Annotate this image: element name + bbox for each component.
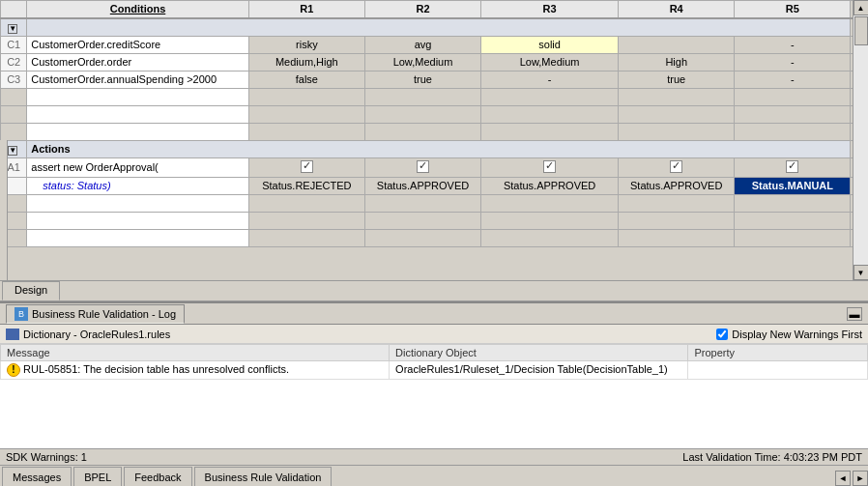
col-property-header: Property (688, 345, 868, 361)
conditions-section-label (27, 18, 851, 37)
cell-c1-r2[interactable]: avg (364, 36, 480, 53)
cell-a1-r3-check[interactable] (481, 157, 619, 177)
decision-table: Conditions R1 R2 R3 R4 R5 ▼ (0, 0, 868, 247)
empty-row (1, 105, 868, 123)
cell-a1-r1-check[interactable] (248, 157, 364, 177)
cell-a1-r5-check[interactable] (735, 157, 851, 177)
cell-c2-r2[interactable]: Low,Medium (364, 53, 480, 71)
table-row: ! RUL-05851: The decision table has unre… (1, 361, 868, 380)
cell-c3-r5[interactable]: - (735, 71, 851, 88)
display-warnings: Display New Warnings First (716, 329, 862, 340)
cell-c2-r1[interactable]: Medium,High (248, 53, 364, 71)
action-a1: assert new OrderApproval( (27, 157, 248, 177)
app-container: Conditions R1 R2 R3 R4 R5 ▼ (0, 0, 868, 486)
collapse-actions-icon[interactable]: ▼ (8, 146, 17, 156)
status-bar: SDK Warnings: 1 Last Validation Time: 4:… (0, 448, 868, 465)
cell-property (688, 361, 868, 380)
tab-business-rule-validation[interactable]: Business Rule Validation (194, 467, 333, 486)
table-row: A1 assert new OrderApproval( (1, 157, 868, 177)
scroll-track (854, 15, 869, 265)
col-dict-object-header: Dictionary Object (390, 345, 688, 361)
empty-row (1, 88, 868, 105)
cell-a1-r2-val[interactable]: Status.APPROVED (364, 177, 480, 194)
cell-c2-r3[interactable]: Low,Medium (481, 53, 619, 71)
empty-row (1, 229, 868, 246)
col-conditions-header: Conditions (27, 1, 248, 18)
cell-c3-r1[interactable]: false (248, 71, 364, 88)
table-row: status: Status) Status.REJECTED Status.A… (1, 177, 868, 194)
sdk-warnings-text: SDK Warnings: 1 (6, 451, 87, 463)
tab-design[interactable]: Design (2, 281, 60, 300)
tab-feedback[interactable]: Feedback (124, 467, 191, 486)
display-warnings-checkbox[interactable] (716, 329, 728, 340)
nav-prev-button[interactable]: ◄ (835, 471, 851, 486)
condition-c3: CustomerOrder.annualSpending >2000 (27, 71, 248, 88)
row-id-c2: C2 (1, 53, 27, 71)
cell-c3-r2[interactable]: true (364, 71, 480, 88)
cell-c1-r4[interactable] (619, 36, 735, 53)
bottom-nav: ◄ ► (835, 471, 868, 486)
left-indicator (0, 140, 8, 280)
checkbox-r3[interactable] (543, 160, 556, 173)
scroll-thumb[interactable] (854, 16, 868, 45)
actions-section-row: ▼ Actions (1, 140, 868, 157)
cell-c1-r5[interactable]: - (735, 36, 851, 53)
validation-panel: B Business Rule Validation - Log ▬ Dicti… (0, 301, 868, 448)
col-r2-header: R2 (364, 1, 480, 18)
collapse-conditions-icon[interactable]: ▼ (8, 24, 17, 34)
checkbox-r2[interactable] (417, 160, 429, 173)
page-icon: B (14, 307, 28, 321)
checkbox-r5[interactable] (786, 160, 798, 173)
cell-a1-r1-val[interactable]: Status.REJECTED (248, 177, 364, 194)
condition-c2: CustomerOrder.order (27, 53, 248, 71)
cell-a1-r3-val[interactable]: Status.APPROVED (481, 177, 619, 194)
warning-icon: ! (7, 363, 20, 377)
row-id-c3: C3 (1, 71, 27, 88)
col-r5-header: R5 (735, 1, 851, 18)
table-row: C3 CustomerOrder.annualSpending >2000 fa… (1, 71, 868, 88)
validation-results-table: Message Dictionary Object Property ! RUL… (0, 344, 868, 380)
bottom-tab-bar: Messages BPEL Feedback Business Rule Val… (0, 465, 868, 486)
checkbox-r4[interactable] (670, 160, 682, 173)
cell-c2-r5[interactable]: - (735, 53, 851, 71)
cell-a1-r5-val[interactable]: Status.MANUAL (735, 177, 851, 194)
scroll-up-button[interactable]: ▲ (854, 0, 869, 15)
checkbox-r1[interactable] (301, 160, 313, 173)
validation-table: Message Dictionary Object Property ! RUL… (0, 344, 868, 448)
empty-row (1, 212, 868, 229)
col-message-header: Message (1, 345, 390, 361)
cell-c1-r3[interactable]: solid (481, 36, 619, 53)
table-header-row: Message Dictionary Object Property (1, 345, 868, 361)
actions-section-label: Actions (27, 140, 851, 157)
conditions-section-row: ▼ (1, 18, 868, 37)
tab-bpel[interactable]: BPEL (73, 467, 122, 486)
conditions-toggle[interactable]: ▼ (1, 18, 27, 37)
table-header-row: Conditions R1 R2 R3 R4 R5 (1, 1, 868, 18)
cell-a1-r4-val[interactable]: Status.APPROVED (619, 177, 735, 194)
cell-c1-r1[interactable]: risky (248, 36, 364, 53)
cell-c3-r3[interactable]: - (481, 71, 619, 88)
condition-c1: CustomerOrder.creditScore (27, 36, 248, 53)
dict-title: Dictionary - OracleRules1.rules (6, 329, 170, 340)
row-id-c1: C1 (1, 36, 27, 53)
nav-next-button[interactable]: ► (853, 471, 868, 486)
design-tab-bar: Design (0, 280, 868, 301)
vertical-scrollbar[interactable]: ▲ ▼ (853, 0, 868, 280)
validation-subheader: Dictionary - OracleRules1.rules Display … (0, 325, 868, 344)
minimize-button[interactable]: ▬ (847, 307, 862, 321)
cell-a1-r2-check[interactable] (364, 157, 480, 177)
cell-message: ! RUL-05851: The decision table has unre… (1, 361, 390, 380)
dict-icon (6, 329, 19, 340)
col-r3-header: R3 (481, 1, 619, 18)
scroll-down-button[interactable]: ▼ (854, 265, 869, 280)
cell-c2-r4[interactable]: High (619, 53, 735, 71)
decision-table-area: Conditions R1 R2 R3 R4 R5 ▼ (0, 0, 868, 280)
cell-a1-r4-check[interactable] (619, 157, 735, 177)
col-r4-header: R4 (619, 1, 735, 18)
tab-messages[interactable]: Messages (2, 467, 72, 486)
empty-row (1, 194, 868, 212)
validation-panel-header: B Business Rule Validation - Log ▬ (0, 303, 868, 325)
col-toggle (1, 1, 27, 18)
cell-c3-r4[interactable]: true (619, 71, 735, 88)
tab-validation-log[interactable]: B Business Rule Validation - Log (6, 304, 185, 324)
